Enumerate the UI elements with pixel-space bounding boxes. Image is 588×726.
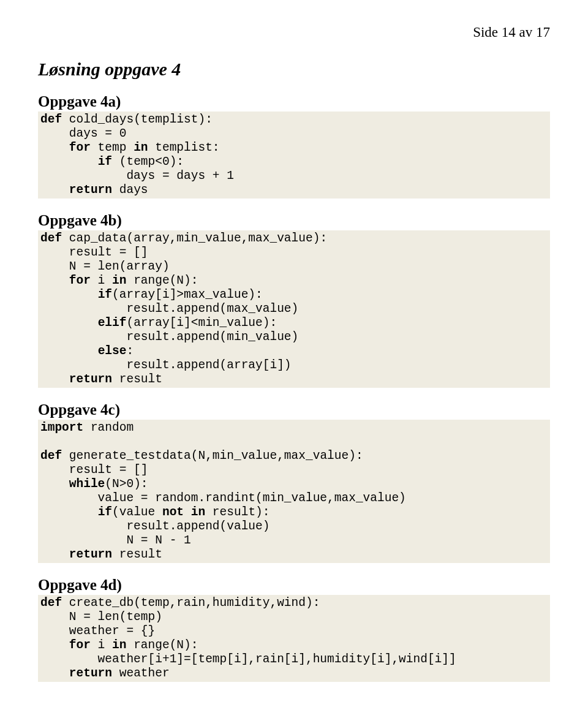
page-number: Side 14 av 17 [38, 25, 550, 40]
part-d-title: Oppgave 4d) [38, 577, 550, 594]
part-b-title: Oppgave 4b) [38, 212, 550, 229]
code-block-a: def cold_days(templist): days = 0 for te… [38, 112, 550, 199]
code-block-d: def create_db(temp,rain,humidity,wind): … [38, 595, 550, 682]
part-c-title: Oppgave 4c) [38, 401, 550, 418]
code-block-c: import random def generate_testdata(N,mi… [38, 420, 550, 563]
code-block-b: def cap_data(array,min_value,max_value):… [38, 230, 550, 388]
section-title: Løsning oppgave 4 [38, 59, 550, 80]
part-a-title: Oppgave 4a) [38, 93, 550, 110]
page: Side 14 av 17 Løsning oppgave 4 Oppgave … [0, 0, 588, 711]
